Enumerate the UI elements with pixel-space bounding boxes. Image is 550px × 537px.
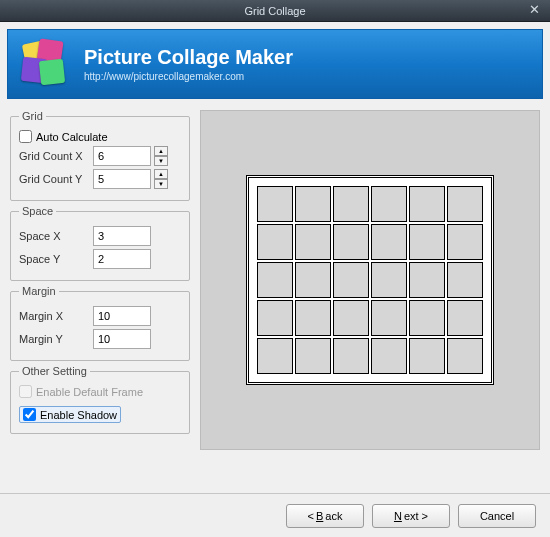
grid-cell <box>257 338 293 374</box>
cancel-button[interactable]: Cancel <box>458 504 536 528</box>
enable-shadow-label: Enable Shadow <box>40 409 117 421</box>
banner: Picture Collage Maker http://www/picture… <box>7 29 543 99</box>
grid-cell <box>371 186 407 222</box>
margin-y-input[interactable] <box>93 329 151 349</box>
grid-cell <box>447 224 483 260</box>
grid-cell <box>409 262 445 298</box>
grid-cell <box>447 300 483 336</box>
grid-count-x-input[interactable] <box>93 146 151 166</box>
collage-grid <box>246 175 494 385</box>
grid-cell <box>295 224 331 260</box>
grid-count-x-label: Grid Count X <box>19 150 87 162</box>
grid-count-y-down[interactable]: ▼ <box>154 179 168 189</box>
auto-calculate-checkbox[interactable]: Auto Calculate <box>19 130 181 143</box>
grid-cell <box>257 262 293 298</box>
grid-cell <box>447 338 483 374</box>
grid-cell <box>371 224 407 260</box>
window-title: Grid Collage <box>244 5 305 17</box>
margin-x-input[interactable] <box>93 306 151 326</box>
margin-y-label: Margin Y <box>19 333 87 345</box>
preview-pane <box>200 110 540 450</box>
titlebar: Grid Collage ✕ <box>0 0 550 22</box>
auto-calculate-label: Auto Calculate <box>36 131 108 143</box>
grid-cell <box>333 300 369 336</box>
grid-group: Grid Auto Calculate Grid Count X ▲ ▼ Gri… <box>10 110 190 201</box>
grid-cell <box>371 262 407 298</box>
grid-cell <box>257 300 293 336</box>
margin-x-label: Margin X <box>19 310 87 322</box>
grid-cell <box>371 338 407 374</box>
space-x-input[interactable] <box>93 226 151 246</box>
grid-cell <box>333 338 369 374</box>
auto-calculate-input[interactable] <box>19 130 32 143</box>
grid-cell <box>447 262 483 298</box>
grid-cell <box>257 224 293 260</box>
footer: < Back Next > Cancel <box>0 493 550 537</box>
grid-cell <box>295 262 331 298</box>
space-x-label: Space X <box>19 230 87 242</box>
enable-shadow-input[interactable] <box>23 408 36 421</box>
grid-count-y-input[interactable] <box>93 169 151 189</box>
banner-title: Picture Collage Maker <box>84 46 293 69</box>
grid-cell <box>371 300 407 336</box>
grid-cell <box>447 186 483 222</box>
grid-cell <box>333 224 369 260</box>
enable-shadow-checkbox[interactable]: Enable Shadow <box>19 406 121 423</box>
grid-cell <box>295 186 331 222</box>
space-legend: Space <box>19 205 56 217</box>
grid-cell <box>409 338 445 374</box>
grid-legend: Grid <box>19 110 46 122</box>
banner-url: http://www/picturecollagemaker.com <box>84 71 293 82</box>
grid-count-x-down[interactable]: ▼ <box>154 156 168 166</box>
other-legend: Other Setting <box>19 365 90 377</box>
app-logo-icon <box>20 38 72 90</box>
grid-cell <box>295 300 331 336</box>
grid-cell <box>409 300 445 336</box>
enable-default-frame-label: Enable Default Frame <box>36 386 143 398</box>
space-group: Space Space X Space Y <box>10 205 190 281</box>
grid-cell <box>257 186 293 222</box>
margin-group: Margin Margin X Margin Y <box>10 285 190 361</box>
space-y-input[interactable] <box>93 249 151 269</box>
space-y-label: Space Y <box>19 253 87 265</box>
grid-count-y-label: Grid Count Y <box>19 173 87 185</box>
enable-default-frame-checkbox: Enable Default Frame <box>19 385 181 398</box>
next-button[interactable]: Next > <box>372 504 450 528</box>
close-icon[interactable]: ✕ <box>525 2 544 17</box>
grid-cell <box>409 186 445 222</box>
grid-cell <box>295 338 331 374</box>
grid-count-y-up[interactable]: ▲ <box>154 169 168 179</box>
grid-cell <box>333 186 369 222</box>
enable-default-frame-input <box>19 385 32 398</box>
margin-legend: Margin <box>19 285 59 297</box>
grid-count-x-up[interactable]: ▲ <box>154 146 168 156</box>
grid-cell <box>333 262 369 298</box>
other-group: Other Setting Enable Default Frame Enabl… <box>10 365 190 434</box>
back-button[interactable]: < Back <box>286 504 364 528</box>
grid-cell <box>409 224 445 260</box>
